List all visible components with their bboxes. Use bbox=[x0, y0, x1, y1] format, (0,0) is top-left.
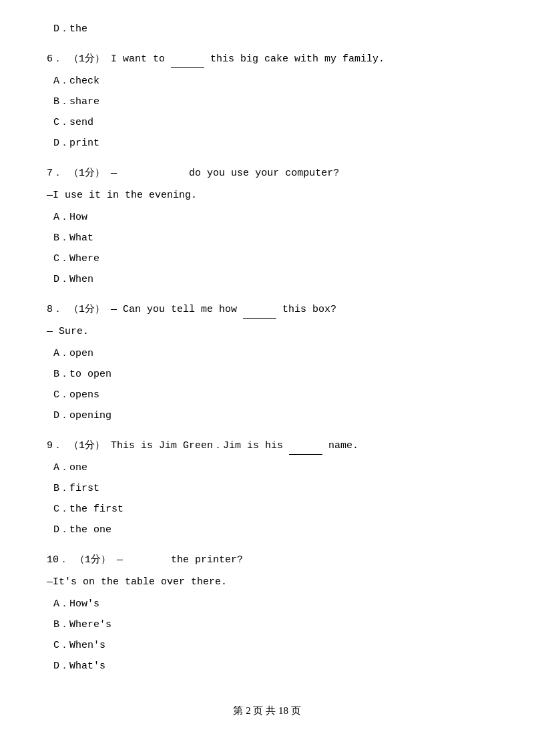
option-label: A． bbox=[53, 598, 69, 610]
option-label: B． bbox=[53, 232, 69, 244]
option-label: D． bbox=[53, 524, 69, 536]
question-number: 9． bbox=[47, 440, 63, 451]
q6-option-b: B．share bbox=[47, 93, 487, 111]
q10-option-c: C．When's bbox=[47, 636, 487, 654]
answer-blank bbox=[243, 318, 276, 319]
q8-option-a: A．open bbox=[47, 345, 487, 363]
q7-option-c: C．Where bbox=[47, 250, 487, 268]
question-dash: — bbox=[111, 168, 183, 179]
option-text: When's bbox=[69, 640, 105, 651]
question-text: do you use your computer? bbox=[189, 168, 339, 179]
q9-option-d: D．the one bbox=[47, 521, 487, 539]
q10-option-a: A．How's bbox=[47, 595, 487, 613]
question-number: 6． bbox=[47, 53, 63, 65]
option-text: When bbox=[69, 274, 93, 285]
option-text: What bbox=[69, 232, 93, 244]
option-text: send bbox=[69, 117, 93, 128]
option-label: C． bbox=[53, 504, 69, 515]
option-label: D． bbox=[53, 23, 69, 35]
option-label: C． bbox=[53, 640, 69, 651]
q6-option-a: A．check bbox=[47, 72, 487, 90]
question-text-after: this box? bbox=[276, 304, 336, 315]
question-7: 7． （1分） — do you use your computer? bbox=[47, 164, 487, 182]
reply-text: — Sure. bbox=[47, 326, 89, 337]
footer-text: 第 2 页 共 18 页 bbox=[233, 705, 300, 716]
option-label: D． bbox=[53, 274, 69, 285]
page-footer: 第 2 页 共 18 页 bbox=[47, 702, 487, 720]
option-text: Where's bbox=[69, 619, 111, 630]
question-number: 7． bbox=[47, 168, 63, 179]
question-score: （1分） bbox=[69, 53, 105, 65]
q8-option-c: C．opens bbox=[47, 386, 487, 404]
exam-content: D．the 6． （1分） I want to this big cake wi… bbox=[47, 20, 487, 675]
option-text: print bbox=[69, 138, 99, 149]
question-number: 8． bbox=[47, 304, 63, 315]
q7-reply: —I use it in the evening. bbox=[47, 186, 487, 204]
option-label: A． bbox=[53, 348, 69, 359]
option-label: A． bbox=[53, 462, 69, 474]
q10-option-b: B．Where's bbox=[47, 616, 487, 634]
question-10: 10． （1分） — the printer? bbox=[47, 551, 487, 569]
question-score: （1分） bbox=[69, 168, 105, 179]
option-label: A． bbox=[53, 75, 69, 87]
question-text-before: This is Jim Green．Jim is his bbox=[111, 440, 289, 451]
option-text: What's bbox=[69, 660, 105, 672]
option-text: How bbox=[69, 212, 87, 223]
option-text: opens bbox=[69, 389, 99, 401]
option-label: A． bbox=[53, 212, 69, 223]
question-number: 10． bbox=[47, 554, 69, 566]
option-d-the: D．the bbox=[47, 20, 487, 38]
option-text: Where bbox=[69, 253, 99, 264]
option-text: one bbox=[69, 462, 87, 474]
option-text: share bbox=[69, 96, 99, 108]
q9-option-b: B．first bbox=[47, 480, 487, 498]
option-label: C． bbox=[53, 389, 69, 401]
question-6: 6． （1分） I want to this big cake with my … bbox=[47, 50, 487, 68]
question-text-after: this big cake with my family. bbox=[204, 53, 384, 65]
option-text: opening bbox=[69, 410, 111, 421]
option-text: the first bbox=[69, 504, 123, 515]
option-text: first bbox=[69, 483, 99, 494]
question-text-after: name. bbox=[322, 440, 358, 451]
answer-blank bbox=[171, 67, 204, 68]
option-text: to open bbox=[69, 369, 111, 380]
q9-option-c: C．the first bbox=[47, 500, 487, 518]
question-dash: — bbox=[111, 304, 123, 315]
q7-option-a: A．How bbox=[47, 208, 487, 226]
question-dash: — bbox=[117, 554, 165, 566]
option-label: B． bbox=[53, 369, 69, 380]
q8-option-d: D．opening bbox=[47, 407, 487, 425]
q6-option-c: C．send bbox=[47, 114, 487, 132]
option-text: check bbox=[69, 75, 99, 87]
question-score: （1分） bbox=[75, 554, 111, 566]
option-text: the bbox=[69, 23, 87, 35]
question-score: （1分） bbox=[69, 304, 105, 315]
answer-blank bbox=[289, 454, 322, 455]
option-label: B． bbox=[53, 96, 69, 108]
option-label: D． bbox=[53, 660, 69, 672]
q9-option-a: A．one bbox=[47, 459, 487, 477]
q10-option-d: D．What's bbox=[47, 657, 487, 675]
question-text: the printer? bbox=[171, 554, 243, 566]
option-label: D． bbox=[53, 138, 69, 149]
q7-option-b: B．What bbox=[47, 229, 487, 247]
q6-option-d: D．print bbox=[47, 134, 487, 152]
option-text: the one bbox=[69, 524, 111, 536]
option-label: B． bbox=[53, 483, 69, 494]
q8-option-b: B．to open bbox=[47, 365, 487, 383]
question-text-before: I want to bbox=[111, 53, 171, 65]
option-label: D． bbox=[53, 410, 69, 421]
option-text: How's bbox=[69, 598, 99, 610]
question-9: 9． （1分） This is Jim Green．Jim is his nam… bbox=[47, 437, 487, 455]
q8-reply: — Sure. bbox=[47, 323, 487, 341]
question-score: （1分） bbox=[69, 440, 105, 451]
q10-reply: —It's on the table over there. bbox=[47, 573, 487, 591]
q7-option-d: D．When bbox=[47, 270, 487, 289]
reply-text: —I use it in the evening. bbox=[47, 190, 197, 201]
option-label: C． bbox=[53, 253, 69, 264]
question-text-before: Can you tell me how bbox=[123, 304, 243, 315]
option-text: open bbox=[69, 348, 93, 359]
option-label: C． bbox=[53, 117, 69, 128]
reply-text: —It's on the table over there. bbox=[47, 576, 227, 588]
option-label: B． bbox=[53, 619, 69, 630]
